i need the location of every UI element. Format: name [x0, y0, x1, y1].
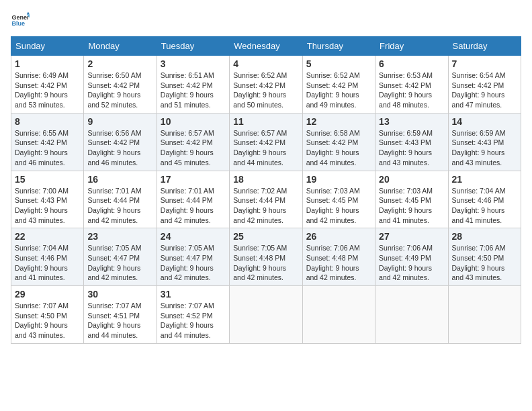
day-number: 31 — [161, 289, 226, 300]
day-cell: 3Sunrise: 6:51 AMSunset: 4:42 PMDaylight… — [157, 56, 229, 113]
day-cell: 21Sunrise: 7:04 AMSunset: 4:46 PMDayligh… — [448, 171, 521, 228]
day-info: Sunrise: 7:03 AMSunset: 4:45 PMDaylight:… — [306, 186, 371, 226]
day-number: 21 — [452, 174, 517, 185]
day-cell: 22Sunrise: 7:04 AMSunset: 4:46 PMDayligh… — [11, 228, 84, 286]
day-number: 26 — [306, 231, 371, 242]
day-number: 25 — [233, 231, 298, 242]
weekday-header-tuesday: Tuesday — [157, 37, 229, 56]
day-number: 6 — [379, 58, 444, 69]
day-cell: 30Sunrise: 7:07 AMSunset: 4:51 PMDayligh… — [84, 286, 157, 344]
day-number: 12 — [306, 116, 371, 127]
header: General Blue — [11, 11, 521, 30]
day-cell: 27Sunrise: 7:06 AMSunset: 4:49 PMDayligh… — [375, 228, 448, 286]
day-cell: 17Sunrise: 7:01 AMSunset: 4:44 PMDayligh… — [157, 171, 229, 228]
day-info: Sunrise: 6:57 AMSunset: 4:42 PMDaylight:… — [161, 128, 226, 168]
day-number: 19 — [306, 174, 371, 185]
day-info: Sunrise: 7:02 AMSunset: 4:44 PMDaylight:… — [233, 186, 298, 226]
day-cell: 2Sunrise: 6:50 AMSunset: 4:42 PMDaylight… — [84, 56, 157, 113]
day-number: 5 — [306, 58, 371, 69]
day-number: 13 — [379, 116, 444, 127]
day-info: Sunrise: 7:06 AMSunset: 4:50 PMDaylight:… — [452, 243, 517, 283]
day-number: 23 — [87, 231, 152, 242]
day-number: 17 — [161, 174, 226, 185]
day-number: 8 — [15, 116, 80, 127]
day-cell: 11Sunrise: 6:57 AMSunset: 4:42 PMDayligh… — [230, 113, 302, 171]
day-info: Sunrise: 7:01 AMSunset: 4:44 PMDaylight:… — [87, 186, 152, 226]
day-cell: 24Sunrise: 7:05 AMSunset: 4:47 PMDayligh… — [157, 228, 229, 286]
day-info: Sunrise: 6:59 AMSunset: 4:43 PMDaylight:… — [452, 128, 517, 168]
day-number: 1 — [15, 58, 80, 69]
day-info: Sunrise: 6:50 AMSunset: 4:42 PMDaylight:… — [87, 71, 152, 110]
day-cell: 16Sunrise: 7:01 AMSunset: 4:44 PMDayligh… — [84, 171, 157, 228]
day-cell: 26Sunrise: 7:06 AMSunset: 4:48 PMDayligh… — [302, 228, 375, 286]
day-cell — [302, 286, 375, 344]
day-cell: 23Sunrise: 7:05 AMSunset: 4:47 PMDayligh… — [84, 228, 157, 286]
day-info: Sunrise: 7:01 AMSunset: 4:44 PMDaylight:… — [161, 186, 226, 226]
week-row-1: 1Sunrise: 6:49 AMSunset: 4:42 PMDaylight… — [11, 56, 521, 113]
day-info: Sunrise: 7:05 AMSunset: 4:48 PMDaylight:… — [233, 243, 298, 283]
day-cell: 20Sunrise: 7:03 AMSunset: 4:45 PMDayligh… — [375, 171, 448, 228]
day-number: 7 — [452, 58, 517, 69]
logo-icon: General Blue — [11, 11, 30, 30]
day-number: 4 — [233, 58, 298, 69]
day-number: 18 — [233, 174, 298, 185]
day-info: Sunrise: 6:49 AMSunset: 4:42 PMDaylight:… — [15, 71, 80, 110]
day-info: Sunrise: 6:52 AMSunset: 4:42 PMDaylight:… — [306, 71, 371, 110]
day-cell: 5Sunrise: 6:52 AMSunset: 4:42 PMDaylight… — [302, 56, 375, 113]
day-cell: 13Sunrise: 6:59 AMSunset: 4:43 PMDayligh… — [375, 113, 448, 171]
day-info: Sunrise: 7:07 AMSunset: 4:51 PMDaylight:… — [87, 301, 152, 340]
weekday-header-friday: Friday — [375, 37, 448, 56]
day-cell: 28Sunrise: 7:06 AMSunset: 4:50 PMDayligh… — [448, 228, 521, 286]
day-info: Sunrise: 7:04 AMSunset: 4:46 PMDaylight:… — [15, 243, 80, 283]
day-cell: 1Sunrise: 6:49 AMSunset: 4:42 PMDaylight… — [11, 56, 84, 113]
weekday-header-sunday: Sunday — [11, 37, 84, 56]
week-row-2: 8Sunrise: 6:55 AMSunset: 4:42 PMDaylight… — [11, 113, 521, 171]
day-info: Sunrise: 7:05 AMSunset: 4:47 PMDaylight:… — [87, 243, 152, 283]
svg-marker-2 — [27, 11, 30, 14]
logo: General Blue — [11, 11, 30, 30]
day-info: Sunrise: 6:54 AMSunset: 4:42 PMDaylight:… — [452, 71, 517, 110]
day-info: Sunrise: 6:52 AMSunset: 4:42 PMDaylight:… — [233, 71, 298, 110]
weekday-header-row: SundayMondayTuesdayWednesdayThursdayFrid… — [11, 37, 521, 56]
weekday-header-saturday: Saturday — [448, 37, 521, 56]
day-info: Sunrise: 6:55 AMSunset: 4:42 PMDaylight:… — [15, 128, 80, 168]
week-row-4: 22Sunrise: 7:04 AMSunset: 4:46 PMDayligh… — [11, 228, 521, 286]
day-number: 14 — [452, 116, 517, 127]
day-cell: 6Sunrise: 6:53 AMSunset: 4:42 PMDaylight… — [375, 56, 448, 113]
day-number: 10 — [161, 116, 226, 127]
day-number: 20 — [379, 174, 444, 185]
day-number: 22 — [15, 231, 80, 242]
day-info: Sunrise: 7:05 AMSunset: 4:47 PMDaylight:… — [161, 243, 226, 283]
day-cell: 14Sunrise: 6:59 AMSunset: 4:43 PMDayligh… — [448, 113, 521, 171]
day-info: Sunrise: 7:04 AMSunset: 4:46 PMDaylight:… — [452, 186, 517, 226]
day-cell: 4Sunrise: 6:52 AMSunset: 4:42 PMDaylight… — [230, 56, 302, 113]
day-number: 2 — [87, 58, 152, 69]
day-info: Sunrise: 6:51 AMSunset: 4:42 PMDaylight:… — [161, 71, 226, 110]
weekday-header-monday: Monday — [84, 37, 157, 56]
day-cell — [375, 286, 448, 344]
day-number: 9 — [87, 116, 152, 127]
day-number: 30 — [87, 289, 152, 300]
day-cell: 12Sunrise: 6:58 AMSunset: 4:42 PMDayligh… — [302, 113, 375, 171]
day-number: 15 — [15, 174, 80, 185]
weekday-header-thursday: Thursday — [302, 37, 375, 56]
day-number: 3 — [161, 58, 226, 69]
day-number: 28 — [452, 231, 517, 242]
day-info: Sunrise: 7:07 AMSunset: 4:50 PMDaylight:… — [15, 301, 80, 340]
day-info: Sunrise: 7:00 AMSunset: 4:43 PMDaylight:… — [15, 186, 80, 226]
day-cell: 9Sunrise: 6:56 AMSunset: 4:42 PMDaylight… — [84, 113, 157, 171]
day-cell: 29Sunrise: 7:07 AMSunset: 4:50 PMDayligh… — [11, 286, 84, 344]
day-number: 29 — [15, 289, 80, 300]
day-cell: 8Sunrise: 6:55 AMSunset: 4:42 PMDaylight… — [11, 113, 84, 171]
day-cell — [448, 286, 521, 344]
day-info: Sunrise: 6:59 AMSunset: 4:43 PMDaylight:… — [379, 128, 444, 168]
day-info: Sunrise: 6:58 AMSunset: 4:42 PMDaylight:… — [306, 128, 371, 168]
day-info: Sunrise: 6:56 AMSunset: 4:42 PMDaylight:… — [87, 128, 152, 168]
day-info: Sunrise: 7:06 AMSunset: 4:48 PMDaylight:… — [306, 243, 371, 283]
day-number: 16 — [87, 174, 152, 185]
day-info: Sunrise: 6:53 AMSunset: 4:42 PMDaylight:… — [379, 71, 444, 110]
day-cell: 18Sunrise: 7:02 AMSunset: 4:44 PMDayligh… — [230, 171, 302, 228]
calendar-table: SundayMondayTuesdayWednesdayThursdayFrid… — [11, 36, 521, 344]
day-number: 24 — [161, 231, 226, 242]
day-cell: 25Sunrise: 7:05 AMSunset: 4:48 PMDayligh… — [230, 228, 302, 286]
